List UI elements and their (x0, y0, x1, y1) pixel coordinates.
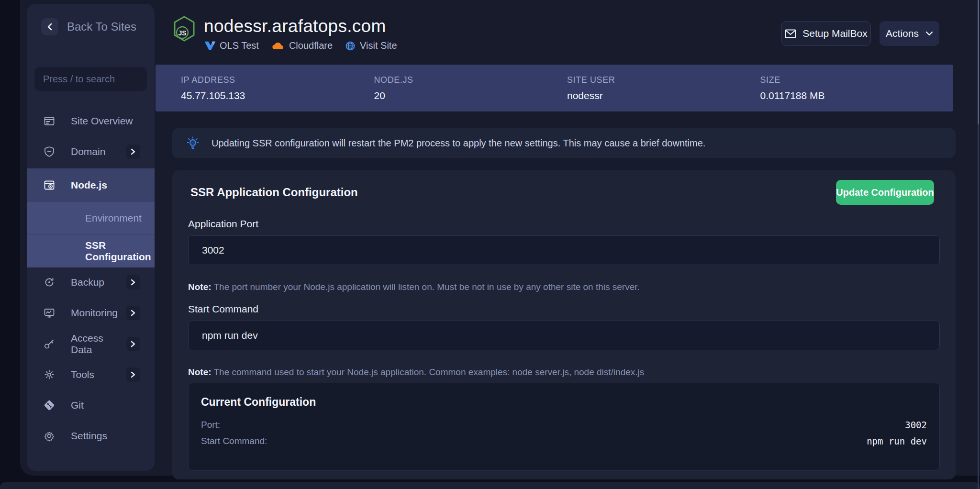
application-port-input[interactable] (188, 235, 940, 265)
chevron-right-icon[interactable] (126, 275, 140, 289)
cloudflare-icon (271, 42, 285, 50)
svg-text:JS: JS (178, 29, 186, 37)
info-label: IP ADDRESS (181, 75, 374, 85)
sidebar-item-nodejs[interactable]: Node.js (27, 168, 155, 201)
ssr-configuration-card: SSR Application Configuration Update Con… (172, 170, 956, 479)
page-title-domain: nodessr.arafatops.com (204, 16, 386, 36)
sidebar-item-label: Access Data (71, 333, 126, 356)
monitor-icon (43, 307, 56, 319)
actions-button[interactable]: Actions (880, 21, 939, 46)
sidebar-item-backup[interactable]: Backup (27, 268, 155, 296)
info-ip-address: IP ADDRESS 45.77.105.133 (181, 65, 374, 111)
start-command-label: Start Command (188, 303, 258, 315)
sidebar-item-label: Site Overview (71, 115, 133, 127)
site-info-bar: IP ADDRESS 45.77.105.133 NODE.JS 20 SITE… (156, 65, 953, 111)
site-overview-icon (43, 115, 56, 127)
sidebar-item-settings[interactable]: Settings (27, 422, 155, 450)
application-port-label: Application Port (188, 218, 258, 230)
start-command-input[interactable] (188, 321, 940, 350)
sidebar-item-access-data[interactable]: Access Data (27, 330, 155, 358)
nodejs-logo: JS (172, 15, 196, 42)
info-value: nodessr (567, 90, 760, 101)
sidebar-item-ssr-configuration[interactable]: SSR Configuration (27, 234, 155, 267)
chevron-right-icon[interactable] (126, 306, 140, 320)
server-badge-label: OLS Test (220, 40, 259, 51)
visit-site-link[interactable]: Visit Site (345, 40, 397, 51)
cloudflare-badge[interactable]: Cloudflare (271, 40, 333, 51)
current-port-label: Port: (201, 420, 220, 430)
info-value: 45.77.105.133 (181, 90, 374, 101)
start-command-note: Note: The command used to start your Nod… (188, 367, 644, 378)
card-title: SSR Application Configuration (190, 186, 358, 199)
info-nodejs-version: NODE.JS 20 (374, 65, 568, 111)
current-start-command-label: Start Command: (201, 436, 267, 446)
key-icon (43, 338, 56, 350)
actions-label: Actions (886, 28, 919, 39)
app-window: Back To Sites Site Overview Domain (0, 0, 980, 489)
application-port-note: Note: The port number your Node.js appli… (188, 282, 640, 292)
ssr-restart-notice: Updating SSR configuration will restart … (172, 128, 956, 158)
sidebar-item-git[interactable]: Git (27, 391, 155, 419)
notice-text: Updating SSR configuration will restart … (212, 138, 705, 149)
setup-mailbox-button[interactable]: Setup MailBox (781, 21, 871, 46)
setup-mailbox-label: Setup MailBox (802, 28, 867, 39)
current-port-row: Port: 3002 (201, 420, 927, 430)
sidebar-item-label: Monitoring (71, 307, 118, 319)
update-configuration-button[interactable]: Update Configuration (836, 180, 934, 205)
globe-icon (345, 41, 356, 51)
back-to-sites[interactable]: Back To Sites (41, 18, 136, 35)
tools-icon (43, 368, 56, 381)
sidebar-search[interactable] (34, 67, 147, 91)
info-value: 20 (374, 90, 568, 101)
current-port-value: 3002 (905, 420, 927, 430)
sidebar-item-monitoring[interactable]: Monitoring (27, 299, 155, 327)
sidebar-item-label: Settings (71, 430, 107, 442)
info-size: SIZE 0.0117188 MB (760, 65, 954, 111)
chevron-right-icon[interactable] (126, 144, 140, 159)
lightbulb-icon (187, 136, 199, 150)
bottom-edge-panel (0, 482, 980, 489)
sidebar-item-label: Git (71, 400, 84, 411)
sidebar-item-environment[interactable]: Environment (27, 201, 155, 234)
restore-icon (43, 276, 56, 289)
vultr-icon (205, 41, 215, 51)
current-start-command-value: npm run dev (867, 436, 927, 446)
sidebar-item-site-overview[interactable]: Site Overview (27, 107, 155, 135)
search-input[interactable] (43, 74, 155, 85)
current-start-command-row: Start Command: npm run dev (201, 436, 927, 446)
nodejs-app-icon (43, 179, 56, 191)
current-configuration-title: Current Configuration (201, 396, 316, 409)
sidebar-item-label: Domain (71, 146, 105, 157)
back-to-sites-label[interactable]: Back To Sites (67, 20, 136, 33)
current-configuration-panel: Current Configuration Port: 3002 Start C… (188, 383, 940, 471)
sidebar-item-label: Environment (85, 212, 142, 224)
chevron-down-icon (925, 31, 933, 36)
sidebar-item-label: Tools (71, 369, 94, 380)
info-label: NODE.JS (374, 75, 568, 85)
sidebar: Back To Sites Site Overview Domain (27, 4, 155, 471)
envelope-icon (785, 29, 796, 38)
sidebar-item-domain[interactable]: Domain (27, 138, 155, 166)
cloudflare-badge-label: Cloudflare (289, 40, 333, 51)
chevron-right-icon[interactable] (126, 337, 140, 351)
gear-icon (43, 430, 56, 442)
server-badge[interactable]: OLS Test (205, 40, 259, 51)
sidebar-item-label: Node.js (71, 179, 107, 191)
chevron-right-icon[interactable] (126, 367, 140, 382)
sidebar-item-label: SSR Configuration (85, 240, 151, 263)
visit-site-label: Visit Site (360, 40, 397, 51)
shield-icon (43, 145, 56, 158)
info-value: 0.0117188 MB (760, 90, 954, 101)
scrollbar-thumb[interactable] (978, 0, 979, 124)
back-icon[interactable] (41, 18, 58, 35)
git-icon (43, 399, 56, 411)
info-site-user: SITE USER nodessr (567, 65, 760, 111)
sidebar-item-tools[interactable]: Tools (27, 361, 155, 389)
info-label: SIZE (760, 75, 954, 85)
info-label: SITE USER (567, 75, 760, 85)
sidebar-item-label: Backup (71, 277, 104, 288)
domain-badges: OLS Test Cloudflare Visit Site (205, 40, 397, 51)
